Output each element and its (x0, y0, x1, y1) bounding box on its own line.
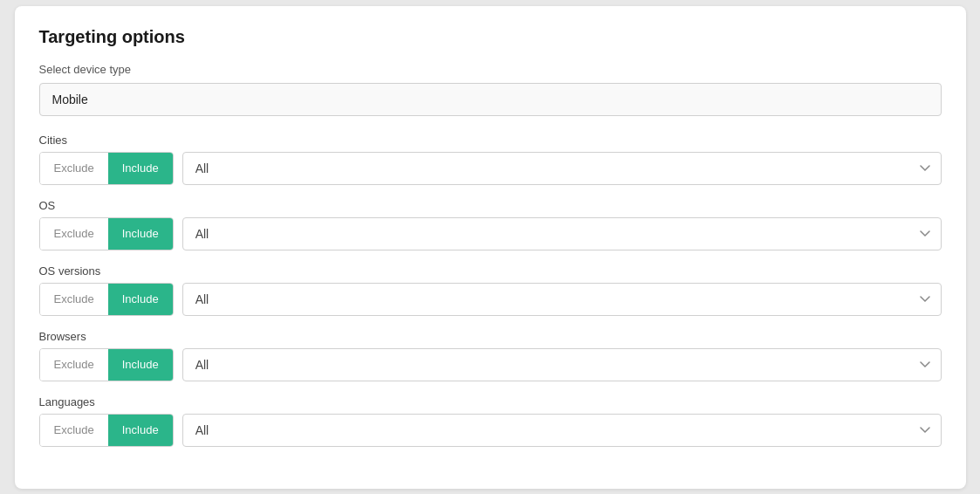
include-button-cities[interactable]: Include (108, 153, 173, 184)
include-button-os[interactable]: Include (108, 218, 173, 250)
device-type-value: Mobile (39, 83, 942, 116)
field-group-cities: CitiesExcludeIncludeAll (39, 134, 942, 185)
field-label-browsers: Browsers (39, 330, 942, 343)
field-row-browsers: ExcludeIncludeAll (39, 348, 942, 381)
dropdown-os-versions[interactable]: All (182, 283, 942, 316)
toggle-group-os: ExcludeInclude (39, 217, 174, 250)
field-label-os: OS (39, 199, 942, 212)
toggle-group-browsers: ExcludeInclude (39, 348, 174, 381)
exclude-button-cities[interactable]: Exclude (40, 153, 108, 184)
field-row-os: ExcludeIncludeAll (39, 217, 942, 250)
field-label-os-versions: OS versions (39, 264, 942, 278)
dropdown-languages[interactable]: All (182, 414, 942, 447)
dropdown-browsers[interactable]: All (182, 348, 942, 381)
include-button-languages[interactable]: Include (108, 415, 173, 446)
field-row-cities: ExcludeIncludeAll (39, 152, 942, 185)
include-button-os-versions[interactable]: Include (108, 284, 173, 315)
field-group-languages: LanguagesExcludeIncludeAll (39, 395, 942, 447)
field-row-languages: ExcludeIncludeAll (39, 414, 942, 447)
exclude-button-browsers[interactable]: Exclude (40, 349, 108, 381)
dropdown-cities[interactable]: All (182, 152, 942, 185)
dropdown-os[interactable]: All (182, 217, 942, 250)
field-group-browsers: BrowsersExcludeIncludeAll (39, 330, 942, 381)
targeting-options-card: Targeting options Select device type Mob… (15, 6, 966, 489)
toggle-group-languages: ExcludeInclude (39, 414, 174, 447)
exclude-button-os-versions[interactable]: Exclude (40, 284, 108, 315)
page-title: Targeting options (39, 27, 942, 47)
field-label-cities: Cities (39, 134, 942, 147)
exclude-button-languages[interactable]: Exclude (40, 415, 108, 446)
toggle-group-cities: ExcludeInclude (39, 152, 174, 185)
field-group-os: OSExcludeIncludeAll (39, 199, 942, 250)
toggle-group-os-versions: ExcludeInclude (39, 283, 174, 316)
include-button-browsers[interactable]: Include (108, 349, 173, 381)
exclude-button-os[interactable]: Exclude (40, 218, 108, 250)
field-group-os-versions: OS versionsExcludeIncludeAll (39, 264, 942, 316)
field-row-os-versions: ExcludeIncludeAll (39, 283, 942, 316)
device-type-label: Select device type (39, 63, 942, 76)
field-label-languages: Languages (39, 395, 942, 408)
